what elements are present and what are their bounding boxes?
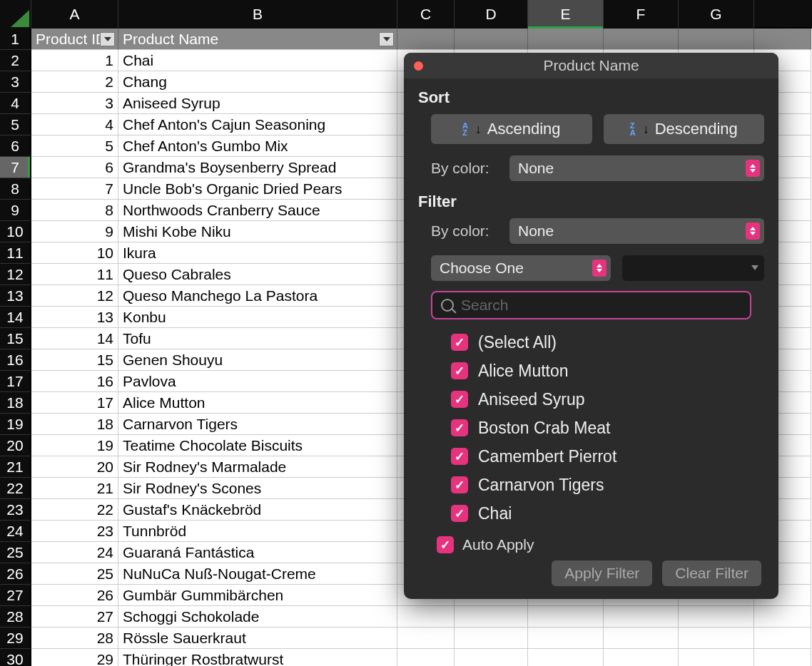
cell-empty[interactable] <box>604 29 679 50</box>
col-header-e[interactable]: E <box>528 0 604 29</box>
cell-product-name[interactable]: Uncle Bob's Organic Dried Pears <box>118 178 397 200</box>
col-header-f[interactable]: F <box>604 0 679 29</box>
cell-empty[interactable] <box>604 606 679 627</box>
cell-product-id[interactable]: 24 <box>31 542 118 563</box>
cell-product-name[interactable]: Sir Rodney's Scones <box>118 478 397 499</box>
col-header-c[interactable]: C <box>397 0 455 29</box>
cell-product-name[interactable]: Chef Anton's Cajun Seasoning <box>118 114 397 135</box>
row-header[interactable]: 27 <box>0 585 31 606</box>
row-header[interactable]: 6 <box>0 135 31 157</box>
cell-product-name[interactable]: Queso Cabrales <box>118 264 397 285</box>
row-header[interactable]: 15 <box>0 328 31 349</box>
cell-product-id[interactable]: 20 <box>31 456 118 478</box>
checkbox-icon[interactable]: ✓ <box>451 419 468 436</box>
row-header[interactable]: 23 <box>0 499 31 521</box>
cell-empty[interactable] <box>604 627 679 649</box>
cell-product-id[interactable]: 19 <box>31 435 118 456</box>
col-header-d[interactable]: D <box>455 0 528 29</box>
cell-product-id[interactable]: 17 <box>31 392 118 414</box>
row-header[interactable]: 4 <box>0 93 31 114</box>
cell-product-name[interactable]: Guaraná Fantástica <box>118 542 397 563</box>
cell-empty[interactable] <box>754 606 811 627</box>
cell-product-id[interactable]: 12 <box>31 285 118 307</box>
checkbox-icon[interactable]: ✓ <box>451 362 468 379</box>
cell-empty[interactable] <box>397 606 455 627</box>
cell-product-name[interactable]: Teatime Chocolate Biscuits <box>118 435 397 456</box>
checkbox-icon[interactable]: ✓ <box>451 476 468 493</box>
row-header[interactable]: 10 <box>0 221 31 242</box>
cell-product-name[interactable]: Aniseed Syrup <box>118 93 397 114</box>
cell-product-name[interactable]: Chef Anton's Gumbo Mix <box>118 135 397 157</box>
search-field[interactable] <box>431 291 751 319</box>
cell-product-id[interactable]: 29 <box>31 649 118 666</box>
cell-product-id[interactable]: 14 <box>31 328 118 349</box>
row-header[interactable]: 1 <box>0 29 31 50</box>
cell-product-name[interactable]: Thüringer Rostbratwurst <box>118 649 397 666</box>
cell-empty[interactable] <box>397 649 455 666</box>
cell-product-id[interactable]: 2 <box>31 71 118 93</box>
header-cell-product-id[interactable]: Product ID <box>31 29 118 50</box>
cell-product-id[interactable]: 27 <box>31 606 118 627</box>
cell-product-name[interactable]: Chai <box>118 50 397 71</box>
filter-list-item[interactable]: ✓Alice Mutton <box>451 357 751 385</box>
cell-product-id[interactable]: 7 <box>31 178 118 200</box>
col-header-b[interactable]: B <box>118 0 397 29</box>
cell-product-name[interactable]: Mishi Kobe Niku <box>118 221 397 242</box>
clear-filter-button[interactable]: Clear Filter <box>662 560 761 586</box>
cell-product-name[interactable]: Schoggi Schokolade <box>118 606 397 627</box>
checkbox-icon[interactable]: ✓ <box>451 448 468 465</box>
row-header[interactable]: 29 <box>0 627 31 649</box>
cell-product-name[interactable]: Rössle Sauerkraut <box>118 627 397 649</box>
cell-product-id[interactable]: 15 <box>31 349 118 371</box>
cell-empty[interactable] <box>679 649 754 666</box>
cell-product-id[interactable]: 13 <box>31 307 118 328</box>
sort-by-color-select[interactable]: None <box>509 155 764 181</box>
cell-product-id[interactable]: 6 <box>31 157 118 178</box>
row-header[interactable]: 7 <box>0 157 31 178</box>
filter-value-input[interactable] <box>622 255 764 281</box>
cell-product-name[interactable]: Grandma's Boysenberry Spread <box>118 157 397 178</box>
cell-product-name[interactable]: Gumbär Gummibärchen <box>118 585 397 606</box>
row-header[interactable]: 11 <box>0 242 31 264</box>
cell-product-id[interactable]: 22 <box>31 499 118 521</box>
cell-product-id[interactable]: 10 <box>31 242 118 264</box>
cell-product-id[interactable]: 11 <box>31 264 118 285</box>
cell-product-id[interactable]: 23 <box>31 521 118 542</box>
row-header[interactable]: 16 <box>0 349 31 371</box>
cell-product-name[interactable]: Ikura <box>118 242 397 264</box>
cell-product-name[interactable]: Alice Mutton <box>118 392 397 414</box>
cell-product-name[interactable]: NuNuCa Nuß-Nougat-Creme <box>118 563 397 585</box>
row-header[interactable]: 2 <box>0 50 31 71</box>
cell-empty[interactable] <box>455 606 528 627</box>
filter-by-color-select[interactable]: None <box>509 218 764 244</box>
sort-ascending-button[interactable]: AZ ↓ Ascending <box>431 114 592 144</box>
filter-list-item[interactable]: ✓Carnarvon Tigers <box>451 471 751 499</box>
row-header[interactable]: 25 <box>0 542 31 563</box>
cell-empty[interactable] <box>754 649 811 666</box>
select-all-corner[interactable] <box>0 0 31 29</box>
cell-product-name[interactable]: Konbu <box>118 307 397 328</box>
row-header[interactable]: 3 <box>0 71 31 93</box>
cell-product-id[interactable]: 9 <box>31 221 118 242</box>
row-header[interactable]: 18 <box>0 392 31 414</box>
row-header[interactable]: 30 <box>0 649 31 666</box>
header-cell-product-name[interactable]: Product Name <box>118 29 397 50</box>
cell-product-id[interactable]: 25 <box>31 563 118 585</box>
cell-product-id[interactable]: 28 <box>31 627 118 649</box>
cell-empty[interactable] <box>397 627 455 649</box>
cell-empty[interactable] <box>455 29 528 50</box>
row-header[interactable]: 12 <box>0 264 31 285</box>
cell-product-name[interactable]: Tunnbröd <box>118 521 397 542</box>
cell-product-id[interactable]: 4 <box>31 114 118 135</box>
row-header[interactable]: 17 <box>0 371 31 392</box>
cell-product-id[interactable]: 8 <box>31 200 118 221</box>
cell-product-id[interactable]: 18 <box>31 414 118 435</box>
row-header[interactable]: 20 <box>0 435 31 456</box>
cell-product-name[interactable]: Northwoods Cranberry Sauce <box>118 200 397 221</box>
row-header[interactable]: 9 <box>0 200 31 221</box>
filter-list-item[interactable]: ✓Camembert Pierrot <box>451 442 751 471</box>
cell-empty[interactable] <box>754 627 811 649</box>
row-header[interactable]: 28 <box>0 606 31 627</box>
cell-empty[interactable] <box>679 29 754 50</box>
checkbox-icon[interactable]: ✓ <box>451 334 468 351</box>
